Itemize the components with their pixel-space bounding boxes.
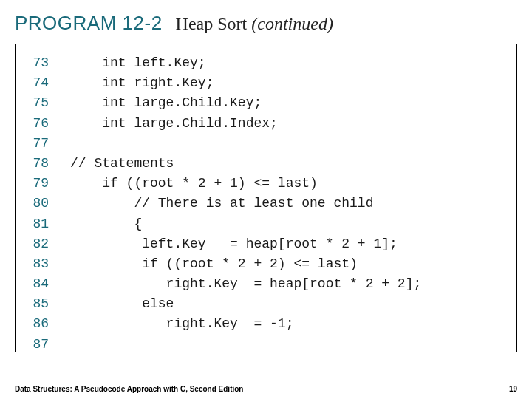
program-title-main: Heap Sort xyxy=(176,14,248,33)
code-text: { xyxy=(69,214,422,234)
code-text: right.Key = -1; xyxy=(69,314,422,334)
code-line: 74 int right.Key; xyxy=(23,73,422,93)
code-line: 80 // There is at least one child xyxy=(23,194,422,214)
code-text: int right.Key; xyxy=(69,73,422,93)
code-line: 85 else xyxy=(23,294,422,314)
code-text: int large.Child.Key; xyxy=(69,93,422,113)
code-text: // Statements xyxy=(69,154,422,174)
code-line: 75 int large.Child.Key; xyxy=(23,93,422,113)
program-header: PROGRAM 12-2 Heap Sort (continued) xyxy=(0,0,532,41)
line-number: 85 xyxy=(23,294,69,314)
code-text: else xyxy=(69,294,422,314)
line-number: 82 xyxy=(23,234,69,254)
line-number: 81 xyxy=(23,214,69,234)
code-table: 73 int left.Key;74 int right.Key;75 int … xyxy=(23,53,422,352)
line-number: 77 xyxy=(23,134,69,154)
code-line: 79 if ((root * 2 + 1) <= last) xyxy=(23,174,422,194)
code-line: 87 xyxy=(23,335,422,352)
line-number: 74 xyxy=(23,73,69,93)
slide-page: PROGRAM 12-2 Heap Sort (continued) 73 in… xyxy=(0,0,532,399)
code-text: int large.Child.Index; xyxy=(69,114,422,134)
footer-book-title: Data Structures: A Pseudocode Approach w… xyxy=(15,385,243,393)
code-text xyxy=(69,335,422,352)
line-number: 75 xyxy=(23,93,69,113)
code-line: 73 int left.Key; xyxy=(23,53,422,73)
code-text: int left.Key; xyxy=(69,53,422,73)
code-line: 76 int large.Child.Index; xyxy=(23,114,422,134)
code-line: 77 xyxy=(23,134,422,154)
code-text xyxy=(69,134,422,154)
line-number: 78 xyxy=(23,154,69,174)
code-line: 82 left.Key = heap[root * 2 + 1]; xyxy=(23,234,422,254)
code-line: 81 { xyxy=(23,214,422,234)
program-title: Heap Sort (continued) xyxy=(176,14,333,33)
line-number: 84 xyxy=(23,274,69,294)
line-number: 83 xyxy=(23,254,69,274)
code-line: 84 right.Key = heap[root * 2 + 2]; xyxy=(23,274,422,294)
code-line: 83 if ((root * 2 + 2) <= last) xyxy=(23,254,422,274)
code-line: 78// Statements xyxy=(23,154,422,174)
program-label: PROGRAM 12-2 xyxy=(15,12,163,34)
code-text: right.Key = heap[root * 2 + 2]; xyxy=(69,274,422,294)
code-text: // There is at least one child xyxy=(69,194,422,214)
line-number: 86 xyxy=(23,314,69,334)
code-text: if ((root * 2 + 2) <= last) xyxy=(69,254,422,274)
line-number: 76 xyxy=(23,114,69,134)
program-title-suffix: (continued) xyxy=(251,14,333,33)
line-number: 87 xyxy=(23,335,69,352)
line-number: 73 xyxy=(23,53,69,73)
line-number: 80 xyxy=(23,194,69,214)
code-text: if ((root * 2 + 1) <= last) xyxy=(69,174,422,194)
footer: Data Structures: A Pseudocode Approach w… xyxy=(0,385,532,393)
code-line: 86 right.Key = -1; xyxy=(23,314,422,334)
code-listing-box: 73 int left.Key;74 int right.Key;75 int … xyxy=(15,44,517,352)
line-number: 79 xyxy=(23,174,69,194)
footer-page-number: 19 xyxy=(509,385,517,393)
code-text: left.Key = heap[root * 2 + 1]; xyxy=(69,234,422,254)
